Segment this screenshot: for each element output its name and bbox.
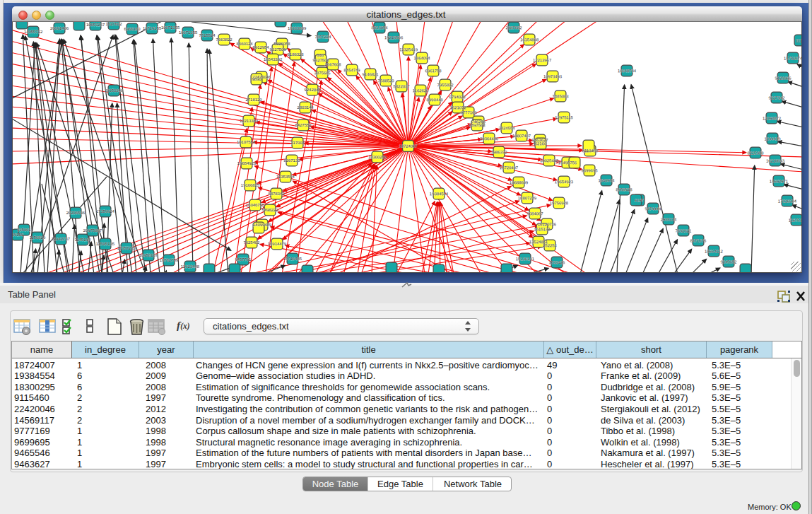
- svg-text:2667608: 2667608: [325, 62, 342, 67]
- svg-text:19756928: 19756928: [550, 201, 569, 206]
- svg-text:7955812: 7955812: [437, 83, 454, 88]
- svg-text:8990448: 8990448: [427, 98, 444, 103]
- svg-text:10807487: 10807487: [512, 134, 531, 139]
- svg-text:8215958: 8215958: [748, 151, 765, 156]
- svg-text:10688609: 10688609: [510, 180, 528, 185]
- svg-text:12505135: 12505135: [96, 242, 115, 247]
- svg-text:12093872: 12093872: [763, 116, 781, 121]
- svg-text:20206536: 20206536: [66, 211, 86, 216]
- svg-text:8454749: 8454749: [344, 68, 360, 73]
- svg-text:546: 546: [317, 53, 324, 58]
- svg-text:8912954: 8912954: [253, 45, 270, 50]
- svg-text:19654923: 19654923: [555, 180, 574, 185]
- svg-text:5822037: 5822037: [394, 84, 410, 89]
- svg-text:7663822: 7663822: [216, 37, 233, 42]
- svg-text:10654112: 10654112: [705, 249, 723, 254]
- svg-text:7857224: 7857224: [315, 35, 332, 40]
- svg-text:335061: 335061: [17, 228, 31, 233]
- svg-text:8660124: 8660124: [237, 42, 254, 47]
- svg-text:14055712: 14055712: [24, 30, 42, 35]
- svg-text:15495756: 15495756: [558, 160, 577, 165]
- svg-text:9245652: 9245652: [720, 259, 736, 264]
- svg-text:16543382: 16543382: [264, 57, 282, 62]
- svg-text:1167533: 1167533: [789, 218, 802, 223]
- svg-text:9457791: 9457791: [235, 257, 251, 262]
- svg-text:10958107: 10958107: [139, 253, 158, 258]
- svg-text:2718120: 2718120: [246, 98, 263, 103]
- svg-text:20364436: 20364436: [480, 136, 499, 141]
- svg-text:1145194: 1145194: [75, 238, 91, 243]
- svg-text:18807249: 18807249: [518, 196, 536, 201]
- svg-text:252254: 252254: [543, 243, 557, 248]
- svg-text:1615132: 1615132: [534, 227, 550, 232]
- svg-text:20691406: 20691406: [50, 26, 69, 31]
- svg-text:8267130: 8267130: [284, 158, 301, 163]
- svg-text:2087682: 2087682: [506, 25, 522, 30]
- svg-text:3875685: 3875685: [314, 71, 331, 76]
- svg-text:7625402: 7625402: [243, 240, 259, 245]
- svg-text:8471676: 8471676: [690, 238, 707, 243]
- svg-text:15751074: 15751074: [784, 56, 802, 61]
- svg-text:9890: 9890: [252, 77, 261, 82]
- svg-text:20053346: 20053346: [105, 88, 124, 93]
- svg-text:9197: 9197: [634, 198, 643, 203]
- svg-text:19166825: 19166825: [241, 183, 260, 188]
- svg-text:9242845: 9242845: [305, 88, 322, 93]
- svg-text:7588520: 7588520: [378, 78, 395, 83]
- svg-text:1733426: 1733426: [548, 260, 565, 265]
- svg-text:1864094: 1864094: [414, 56, 431, 61]
- svg-text:9777169: 9777169: [461, 110, 477, 115]
- svg-text:10719155: 10719155: [143, 26, 162, 31]
- svg-text:9327509: 9327509: [270, 47, 286, 52]
- svg-text:7515524: 7515524: [199, 33, 216, 38]
- svg-text:12975115: 12975115: [555, 115, 573, 120]
- svg-text:1244419: 1244419: [765, 136, 781, 141]
- svg-text:16210643: 16210643: [766, 158, 785, 163]
- svg-text:14099489: 14099489: [253, 223, 271, 228]
- svg-text:1117: 1117: [796, 38, 802, 43]
- svg-text:9227342: 9227342: [769, 95, 785, 100]
- svg-text:9327508: 9327508: [313, 58, 330, 63]
- svg-text:10107554: 10107554: [237, 140, 256, 145]
- svg-text:8427552: 8427552: [295, 123, 312, 128]
- svg-text:18300295: 18300295: [368, 155, 387, 160]
- svg-text:5498222: 5498222: [261, 208, 278, 213]
- svg-text:16154808: 16154808: [520, 37, 539, 42]
- svg-text:11325419: 11325419: [399, 47, 418, 52]
- svg-text:12213389: 12213389: [240, 119, 258, 124]
- svg-text:3824554: 3824554: [499, 126, 516, 131]
- svg-text:9084067: 9084067: [526, 211, 543, 216]
- svg-text:17357223: 17357223: [117, 246, 136, 251]
- svg-text:7986372: 7986372: [491, 150, 507, 155]
- svg-text:6966160: 6966160: [124, 27, 141, 32]
- svg-text:19218506: 19218506: [384, 35, 404, 40]
- svg-text:62160: 62160: [535, 141, 547, 146]
- svg-text:1527602: 1527602: [106, 22, 122, 27]
- svg-text:11353594: 11353594: [276, 175, 295, 180]
- svg-text:15716485: 15716485: [283, 257, 302, 262]
- svg-text:2935114: 2935114: [661, 217, 677, 222]
- svg-text:16648784: 16648784: [618, 69, 637, 74]
- svg-text:16914479: 16914479: [268, 242, 286, 247]
- svg-text:16033809: 16033809: [288, 26, 306, 31]
- svg-text:1621072: 1621072: [450, 105, 466, 110]
- svg-text:8113468: 8113468: [582, 148, 599, 153]
- svg-text:9474444: 9474444: [645, 206, 661, 211]
- svg-text:15692971: 15692971: [770, 179, 788, 184]
- svg-text:12923448: 12923448: [181, 264, 200, 269]
- svg-text:16120746: 16120746: [538, 222, 557, 227]
- svg-text:7632621: 7632621: [675, 228, 691, 233]
- svg-text:19384554: 19384554: [430, 192, 449, 197]
- svg-text:9146821: 9146821: [363, 72, 379, 77]
- svg-text:15720407: 15720407: [500, 165, 518, 170]
- svg-text:6961758: 6961758: [425, 69, 442, 74]
- svg-text:19654923: 19654923: [237, 161, 257, 166]
- svg-text:1640954: 1640954: [599, 178, 616, 183]
- svg-text:17359924: 17359924: [96, 209, 115, 214]
- svg-text:17016504: 17016504: [778, 199, 797, 204]
- svg-text:15136141: 15136141: [516, 257, 534, 262]
- svg-text:8186328: 8186328: [288, 52, 305, 57]
- svg-text:10973493: 10973493: [543, 74, 563, 79]
- svg-text:2803144: 2803144: [298, 105, 314, 110]
- svg-text:18724007: 18724007: [399, 144, 417, 149]
